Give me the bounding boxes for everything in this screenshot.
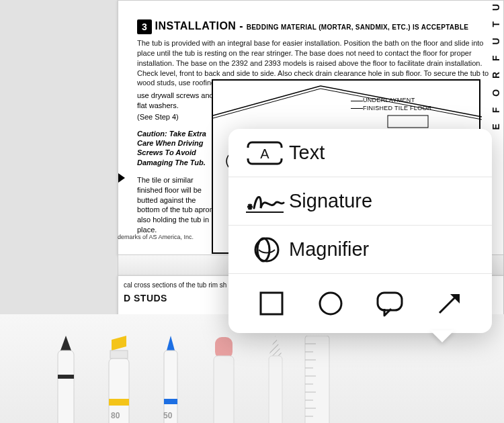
svg-rect-16 (215, 337, 233, 359)
diagram-leader-line (351, 108, 363, 109)
step-ref: (See Step 4) (137, 112, 218, 122)
svg-text:A: A (260, 146, 269, 161)
popup-label-text: Text (285, 142, 325, 164)
body-text-2: use drywall screws and flat washers. (137, 91, 218, 111)
svg-marker-19 (269, 336, 282, 356)
pen-tool[interactable] (48, 336, 83, 423)
svg-rect-21 (305, 336, 329, 423)
svg-line-0 (213, 86, 321, 115)
svg-marker-13 (167, 336, 175, 350)
shape-speech-bubble-button[interactable] (375, 289, 405, 318)
diagram-label-finished-tile: FINISHED TILE FLOOR (363, 105, 432, 111)
step-number-badge: 3 (137, 19, 152, 34)
ruler-tool[interactable] (301, 336, 333, 423)
lasso-tool[interactable] (258, 336, 293, 423)
highlighter-tool[interactable] (101, 336, 136, 423)
svg-rect-43 (261, 293, 282, 314)
popup-label-signature: Signature (285, 190, 372, 212)
pencil-tool[interactable] (153, 336, 188, 423)
pencil-size-label: 50 (163, 411, 172, 420)
svg-rect-7 (58, 350, 74, 423)
highlighter-size-label: 80 (111, 411, 120, 420)
svg-rect-34 (247, 148, 249, 158)
popup-shapes-row (228, 274, 492, 333)
text-box-icon: A (245, 140, 285, 167)
svg-rect-45 (378, 293, 402, 310)
popup-item-signature[interactable]: Signature (228, 177, 492, 226)
svg-rect-20 (269, 356, 282, 423)
svg-line-2 (213, 89, 321, 118)
svg-point-44 (320, 293, 341, 314)
shape-arrow-button[interactable] (434, 289, 464, 318)
svg-marker-9 (112, 336, 126, 350)
svg-rect-15 (164, 399, 177, 404)
eraser-tool[interactable] (206, 336, 241, 423)
shape-circle-button[interactable] (316, 289, 345, 318)
svg-rect-10 (110, 350, 128, 359)
heading-main: INSTALLATION - (155, 20, 243, 32)
insertion-cursor-icon (118, 173, 125, 183)
svg-line-46 (439, 297, 456, 313)
rotated-margin-text: E F O R F U T U (491, 0, 501, 130)
svg-rect-5 (388, 115, 428, 128)
trademark-text: demarks of AS America, Inc. (118, 234, 194, 240)
popup-label-magnifier: Magnifier (285, 238, 369, 261)
shape-square-button[interactable] (257, 289, 286, 318)
signature-icon (245, 188, 285, 215)
popup-tail (430, 330, 454, 342)
caution-text: Caution: Take Extra Care When Driving Sc… (137, 129, 218, 167)
svg-rect-17 (214, 356, 234, 423)
svg-rect-8 (58, 375, 74, 379)
diagram-label-underlayment: UNDERLAYMENT (363, 97, 415, 103)
svg-line-3 (321, 89, 482, 120)
magnifier-loupe-icon (245, 235, 285, 265)
diagram-leader-line (351, 101, 363, 101)
svg-rect-12 (109, 399, 129, 406)
followup-text: The tile or similar finished floor will … (137, 175, 218, 235)
section-heading-row: 3 INSTALLATION - BEDDING MATERIAL (MORTA… (137, 19, 490, 34)
annotation-popup: A Text Signature Magnifier (228, 129, 492, 333)
popup-item-magnifier[interactable]: Magnifier (228, 226, 492, 274)
popup-item-text[interactable]: A Text (228, 129, 492, 177)
heading-sub: BEDDING MATERIAL (MORTAR, SANDMIX, ETC.)… (247, 23, 469, 31)
svg-rect-35 (280, 148, 283, 158)
svg-marker-6 (60, 336, 71, 350)
